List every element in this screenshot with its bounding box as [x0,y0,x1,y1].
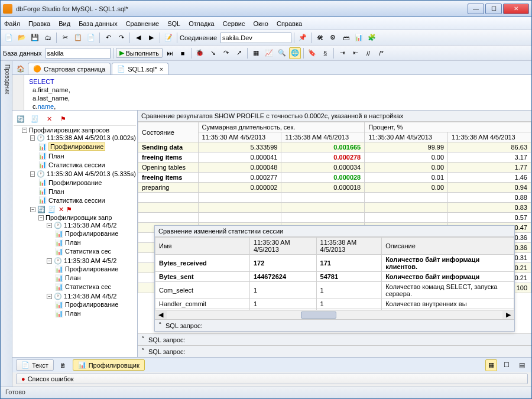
stop-icon[interactable]: ■ [177,47,189,59]
tree-item[interactable]: 📊 План [38,187,136,195]
fwd-icon[interactable]: ▶ [145,32,157,44]
tab-home-icon[interactable]: 🏠 [15,63,27,74]
scol-desc[interactable]: Описание [382,238,514,255]
props-icon[interactable]: 🧾 [48,206,56,213]
menu-compare[interactable]: Сравнение [126,20,160,27]
copy-icon[interactable]: 📋 [72,32,84,44]
step-in-icon[interactable]: ↘ [207,47,219,59]
step-out-icon[interactable]: ↗ [233,47,245,59]
close-button[interactable]: ✕ [503,4,529,14]
scol-t2[interactable]: 11:35:38 AM 4/5/2013 [316,238,382,255]
props-icon[interactable]: 🧾 [29,113,41,125]
undo-icon[interactable]: ↶ [102,32,114,44]
new-icon[interactable]: 📄 [3,32,15,44]
refresh-icon[interactable]: 🔄 [37,206,46,213]
tree-item[interactable]: 📊 План [55,310,136,317]
grid-icon[interactable]: ▦ [250,47,262,59]
filter-icon[interactable]: ⚑ [57,113,69,125]
db-input[interactable] [46,48,111,59]
tree-session[interactable]: −🕐 11:35:38 AM 4/5/2 [47,222,136,229]
tool-d-icon[interactable]: 📊 [353,32,365,44]
tool-a-icon[interactable]: 🛠 [314,32,326,44]
menu-file[interactable]: Файл [4,20,20,27]
saveall-icon[interactable]: 🗂 [42,32,54,44]
layout-b-icon[interactable]: ☐ [501,359,512,371]
sql-editor[interactable]: SELECT a.first_name, a.last_name, c.name… [12,75,531,111]
tool-b-icon[interactable]: ⚙ [327,32,339,44]
menu-service[interactable]: Сервис [223,20,245,27]
cut-icon[interactable]: ✂ [59,32,71,44]
minimize-button[interactable]: — [468,4,484,14]
collapse-icon[interactable]: ˄ [141,348,145,355]
exec-step-icon[interactable]: ⏭ [164,47,176,59]
tree-session[interactable]: −🕐 11:34:38 AM 4/5/2 [47,293,136,300]
tree-session[interactable]: −🕐 11:35:30 AM 4/5/2 [47,257,136,265]
menu-debug[interactable]: Отладка [189,20,214,27]
filter-icon[interactable]: ⚑ [66,206,72,213]
layout-a-icon[interactable]: ▦ [485,359,497,371]
redo-icon[interactable]: ↷ [115,32,127,44]
menu-window[interactable]: Окно [253,20,268,27]
session-grid[interactable]: Имя 11:35:30 AM 4/5/2013 11:35:38 AM 4/5… [155,237,514,310]
tree-item[interactable]: 📊 Профилирование [55,230,136,238]
newq-icon[interactable]: 📝 [163,32,174,44]
comment-icon[interactable]: // [362,47,374,59]
tab-plan-icon[interactable]: 🗎 [57,359,69,371]
tree-session[interactable]: −🕐 11:35:38 AM 4/5/2013 (0.002s) [30,134,136,142]
chart-icon[interactable]: 📈 [263,47,275,59]
collapse-icon[interactable]: ˄ [141,336,145,343]
menu-view[interactable]: Вид [59,20,70,27]
world-icon[interactable]: 🌐 [289,47,301,59]
conn-input[interactable] [220,33,291,43]
bookmark-icon[interactable]: 🔖 [306,47,318,59]
tree-item[interactable]: 📊 Статистика сес [55,248,136,255]
tree-item[interactable]: 📊 Профилирование [38,179,136,186]
tree-item[interactable]: 📊 Статистика сессии [38,196,136,204]
tree-root[interactable]: −Профилировщик запросов [22,126,136,134]
save-icon[interactable]: 💾 [29,32,41,44]
refresh-icon[interactable]: 🔄 [15,113,27,125]
tab-close-icon[interactable]: × [160,66,163,73]
layout-c-icon[interactable]: ▤ [516,359,528,371]
pin-icon[interactable]: 📌 [297,32,309,44]
menu-db[interactable]: База данных [79,20,118,27]
tab-text[interactable]: 📄Текст [16,359,54,371]
tab-profiler[interactable]: 📊Профилировщик [73,359,145,371]
menu-help[interactable]: Справка [277,20,302,27]
open-icon[interactable]: 📂 [16,32,28,44]
delete-icon[interactable]: ✕ [59,206,64,213]
scroll-thumb[interactable] [301,312,336,319]
tab-start[interactable]: 🟠 Стартовая страница [28,63,111,74]
tab-sql1[interactable]: 📄 SQL1.sql* × [112,63,168,74]
tree-item[interactable]: 📊 План [55,239,136,246]
tree-item[interactable]: 📊 Статистика сес [55,283,136,291]
menu-sql[interactable]: SQL [167,20,180,27]
maximize-button[interactable]: ☐ [485,4,502,14]
errors-button[interactable]: ●Список ошибок [16,374,528,384]
tree-item[interactable]: 📊 Профилирование [55,301,136,309]
back-icon[interactable]: ◀ [132,32,144,44]
tree-item[interactable]: 📊 План [38,152,136,160]
tool-e-icon[interactable]: 🧩 [366,32,378,44]
outdent-icon[interactable]: ⇤ [349,47,361,59]
tree-item[interactable]: 📊 Профилирование [55,265,136,273]
tree-item[interactable]: 📊 Профилирование [38,142,136,151]
step-over-icon[interactable]: ↷ [220,47,232,59]
menu-edit[interactable]: Правка [28,20,50,27]
uncomment-icon[interactable]: /* [375,47,387,59]
tree-item[interactable]: 📊 План [55,274,136,282]
tree-session[interactable]: −🕐 11:35:30 AM 4/5/2013 (5.335s) [30,170,136,178]
search-icon[interactable]: 🔍 [276,47,288,59]
collapse-icon[interactable]: ˄ [158,322,162,329]
paste-icon[interactable]: 📄 [85,32,97,44]
tree-nested-root[interactable]: − 🔄 🧾 ✕ ⚑ [30,206,136,213]
scol-name[interactable]: Имя [155,238,250,255]
execute-button[interactable]: ▶ Выполнить [116,48,163,58]
debug-icon[interactable]: 🐞 [194,47,206,59]
delete-icon[interactable]: ✕ [43,113,55,125]
explorer-tab[interactable]: Проводник [1,61,12,387]
fmt-icon[interactable]: § [319,47,331,59]
h-scrollbar[interactable]: ◀ ▶ [155,310,514,319]
tree-nested-root-label[interactable]: −Профилировщик запр [38,214,136,221]
indent-icon[interactable]: ⇥ [336,47,348,59]
